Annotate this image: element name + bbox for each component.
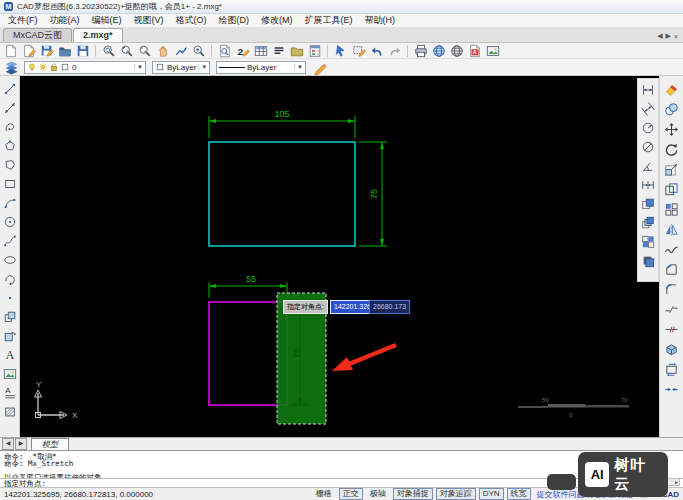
properties-icon[interactable] xyxy=(306,43,323,58)
menu-item[interactable]: 帮助(H) xyxy=(359,14,402,27)
status-toggle[interactable]: 线宽 xyxy=(507,488,531,500)
zoom-extents-icon[interactable] xyxy=(136,43,153,58)
array-icon[interactable] xyxy=(663,202,680,217)
status-toggle[interactable]: 对象捕捉 xyxy=(393,488,433,500)
dim-aligned-icon[interactable] xyxy=(640,101,657,116)
tab-next-icon[interactable]: ▶ xyxy=(666,32,671,40)
insert-image-icon[interactable] xyxy=(484,43,501,58)
xline-icon[interactable] xyxy=(2,100,18,115)
table-icon[interactable] xyxy=(252,43,269,58)
mirror-icon[interactable] xyxy=(663,222,680,237)
save-icon[interactable] xyxy=(74,43,91,58)
dim-diameter-icon[interactable] xyxy=(640,139,657,154)
layers-stack-icon[interactable] xyxy=(3,60,20,75)
color-combo[interactable]: ByLayer ▼ xyxy=(152,61,210,74)
web-browse-icon[interactable] xyxy=(448,43,465,58)
drawing-canvas-svg[interactable]: 105 75 55 xyxy=(20,76,659,437)
tab-mxcad-cloud[interactable]: MxCAD云图 xyxy=(3,28,72,42)
zoom-dynamic-icon[interactable] xyxy=(172,43,189,58)
copy-multiple-icon[interactable] xyxy=(640,215,657,230)
print-icon[interactable] xyxy=(412,43,429,58)
text-icon[interactable]: A xyxy=(2,347,18,362)
linetype-combo[interactable]: ByLayer ▼ xyxy=(216,61,306,74)
dim-angular-icon[interactable] xyxy=(640,158,657,173)
break-icon[interactable] xyxy=(663,302,680,317)
box3d-icon[interactable] xyxy=(663,342,680,357)
status-toggle[interactable]: DYN xyxy=(479,488,504,500)
save-as-icon[interactable] xyxy=(38,43,55,58)
dim-continue-icon[interactable] xyxy=(640,177,657,192)
layer-manager-icon[interactable] xyxy=(288,43,305,58)
window-edit-icon[interactable] xyxy=(350,43,367,58)
rectangle-icon[interactable] xyxy=(2,176,18,191)
preview-icon[interactable] xyxy=(216,43,233,58)
tab-prev-icon[interactable]: ◀ xyxy=(657,32,662,40)
select-edit-icon[interactable] xyxy=(332,43,349,58)
pdf-export-icon[interactable]: A xyxy=(466,43,483,58)
copy-stack-icon[interactable] xyxy=(640,253,657,268)
block-icon[interactable] xyxy=(2,328,18,343)
copy-object-icon[interactable] xyxy=(2,309,18,324)
point-icon[interactable] xyxy=(2,290,18,305)
model-tab[interactable]: 模型 xyxy=(31,438,69,450)
region-icon[interactable] xyxy=(663,362,680,377)
zoom-previous-icon[interactable] xyxy=(100,43,117,58)
chevron-down-icon[interactable]: ▼ xyxy=(134,64,143,70)
break-point-icon[interactable] xyxy=(663,322,680,337)
image-icon[interactable] xyxy=(2,366,18,381)
new-file-icon[interactable] xyxy=(2,43,19,58)
move-icon[interactable] xyxy=(663,122,680,137)
rotate-icon[interactable] xyxy=(663,142,680,157)
chevron-down-icon[interactable]: ▼ xyxy=(198,64,207,70)
layout-next-icon[interactable]: ▶ xyxy=(15,438,27,450)
offset-icon[interactable] xyxy=(663,182,680,197)
spline-edit-icon[interactable] xyxy=(663,242,680,257)
undo-icon[interactable] xyxy=(368,43,385,58)
menu-item[interactable]: 绘图(D) xyxy=(213,14,256,27)
quick-dim-icon[interactable]: 2 xyxy=(234,43,251,58)
menu-item[interactable]: 格式(O) xyxy=(170,14,213,27)
attribute-icon[interactable]: A xyxy=(2,385,18,400)
menu-item[interactable]: 文件(F) xyxy=(2,14,44,27)
polyline-icon[interactable] xyxy=(2,119,18,134)
pencil-icon[interactable] xyxy=(312,60,329,75)
open-edit-icon[interactable] xyxy=(20,43,37,58)
scroll-right-icon[interactable]: ▶ xyxy=(675,479,678,485)
revcloud-icon[interactable] xyxy=(2,271,18,286)
layout-prev-icon[interactable]: ◀ xyxy=(2,438,14,450)
status-toggle[interactable]: 栅格 xyxy=(312,488,336,500)
tab-close-icon[interactable]: × xyxy=(674,33,678,40)
polygon-icon[interactable] xyxy=(2,138,18,153)
magenta-rectangle[interactable] xyxy=(209,302,287,405)
chamfer-icon[interactable] xyxy=(663,262,680,277)
polygon2-icon[interactable] xyxy=(2,157,18,172)
dim-linear-icon[interactable] xyxy=(640,82,657,97)
scale-icon[interactable] xyxy=(663,162,680,177)
fillet-icon[interactable] xyxy=(663,282,680,297)
zoom-realtime-icon[interactable] xyxy=(190,43,207,58)
menu-item[interactable]: 修改(M) xyxy=(255,14,299,27)
tab-2mxg[interactable]: 2.mxg* xyxy=(73,28,123,42)
web-publish-icon[interactable] xyxy=(430,43,447,58)
dyn-y-input[interactable]: 26680.173 xyxy=(369,300,410,314)
menu-item[interactable]: 编辑(E) xyxy=(86,14,128,27)
line-icon[interactable] xyxy=(2,81,18,96)
mtext-icon[interactable] xyxy=(270,43,287,58)
hatch-icon[interactable] xyxy=(2,404,18,419)
spline-icon[interactable] xyxy=(2,233,18,248)
status-toggle[interactable]: 极轴 xyxy=(366,488,390,500)
join-icon[interactable] xyxy=(663,382,680,397)
circle-icon[interactable] xyxy=(2,214,18,229)
status-toggle[interactable]: 对象追踪 xyxy=(436,488,476,500)
canvas-area[interactable]: 105 75 55 xyxy=(20,76,659,437)
redo-icon[interactable] xyxy=(386,43,403,58)
copy-circle-icon[interactable] xyxy=(663,102,680,117)
copy-array-icon[interactable] xyxy=(640,234,657,249)
copy-icon[interactable] xyxy=(640,196,657,211)
menu-item[interactable]: 视图(V) xyxy=(128,14,170,27)
chevron-down-icon[interactable]: ▼ xyxy=(294,64,303,70)
arc-icon[interactable] xyxy=(2,195,18,210)
menu-item[interactable]: 功能(A) xyxy=(44,14,86,27)
zoom-window-icon[interactable] xyxy=(118,43,135,58)
cyan-rectangle[interactable] xyxy=(209,142,355,246)
